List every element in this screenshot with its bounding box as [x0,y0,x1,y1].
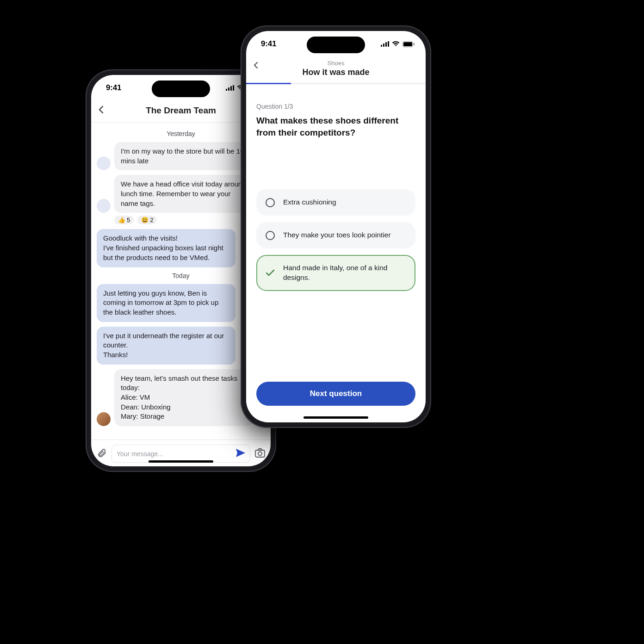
back-icon[interactable] [254,62,258,71]
message-bubble[interactable]: I've put it underneath the register at o… [97,327,235,365]
notch [307,37,365,53]
svg-rect-12 [388,41,389,47]
option-a[interactable]: Extra cushioning [256,189,415,216]
attachment-icon[interactable] [97,448,107,460]
svg-rect-10 [383,43,384,47]
message-bubble[interactable]: Just letting you guys know, Ben is comin… [97,284,235,322]
progress-fill [246,83,291,84]
option-c[interactable]: Hand made in Italy, one of a kind design… [256,255,415,291]
message-placeholder: Your message... [117,450,236,458]
svg-rect-3 [233,85,234,91]
svg-point-8 [258,452,262,455]
radio-icon [266,198,275,207]
option-label: Extra cushioning [283,198,406,207]
date-yesterday: Yesterday [97,130,265,137]
wifi-icon [392,41,400,47]
svg-rect-1 [228,87,229,91]
radio-icon [266,231,275,240]
svg-rect-7 [255,450,265,457]
svg-rect-2 [230,86,232,91]
quiz-category: Shoes [254,60,418,67]
notch [152,80,210,97]
avatar[interactable] [97,199,111,213]
avatar[interactable] [97,412,111,426]
quiz-header: Shoes How it was made [246,57,426,83]
svg-rect-11 [385,42,387,47]
option-label: They make your toes look pointier [283,230,406,240]
phone-quiz: 9:41 Shoes How it was made Question 1/3 … [241,25,431,428]
reaction-emoji: 👍 [118,217,125,223]
option-label: Hand made in Italy, one of a kind design… [283,263,406,283]
message-bubble[interactable]: Hey team, let's smash out these tasks to… [114,369,253,426]
reaction-count: 5 [127,217,130,223]
message-row: I'm on my way to the store but will be 1… [97,142,265,170]
message-row: Hey team, let's smash out these tasks to… [97,369,265,426]
quiz-screen: 9:41 Shoes How it was made Question 1/3 … [246,31,426,422]
cellular-icon [226,85,234,91]
next-question-button[interactable]: Next question [256,382,415,406]
send-icon[interactable] [236,449,245,458]
status-time: 9:41 [106,83,121,93]
reaction-emoji: 😃 [141,217,149,223]
svg-rect-0 [226,89,227,91]
message-row: Just letting you guys know, Ben is comin… [97,284,265,322]
battery-icon [402,41,415,47]
quiz-title: How it was made [254,68,418,77]
reaction-count: 2 [150,217,153,223]
reaction-chip[interactable]: 😃 2 [137,216,157,224]
svg-rect-14 [403,42,412,46]
option-b[interactable]: They make your toes look pointier [256,222,415,248]
svg-rect-15 [414,43,415,45]
message-bubble[interactable]: I'm on my way to the store but will be 1… [114,142,253,170]
svg-rect-9 [381,45,382,47]
camera-icon[interactable] [255,448,265,459]
message-row: Goodluck with the visits! I've finished … [97,229,265,267]
home-indicator[interactable] [303,416,368,419]
question-counter: Question 1/3 [256,103,415,110]
question-text: What makes these shoes different from th… [256,115,415,138]
date-today: Today [97,272,265,279]
message-row: We have a head office visit today around… [97,175,265,213]
message-row: I've put it underneath the register at o… [97,327,265,365]
message-bubble[interactable]: We have a head office visit today around… [114,175,253,213]
chat-title: The Dream Team [99,105,263,116]
back-icon[interactable] [99,105,104,116]
progress-track [246,83,426,84]
reaction-chip[interactable]: 👍 5 [114,216,134,224]
home-indicator[interactable] [149,460,213,463]
check-icon [266,268,275,278]
quiz-body: Question 1/3 What makes these shoes diff… [246,84,426,382]
status-icons [381,41,415,47]
cellular-icon [381,41,389,47]
status-time: 9:41 [261,39,276,49]
avatar[interactable] [97,156,111,170]
message-bubble[interactable]: Goodluck with the visits! I've finished … [97,229,235,267]
